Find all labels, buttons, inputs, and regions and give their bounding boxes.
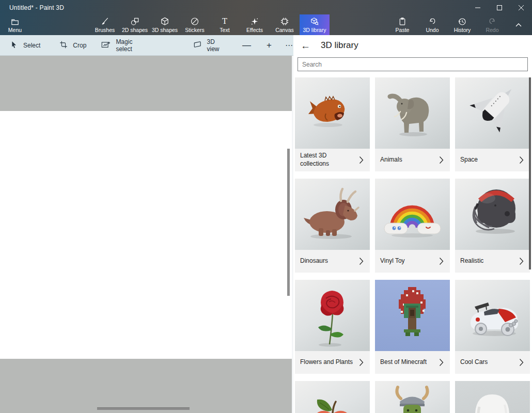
search-input[interactable] [298,57,528,71]
tool-effects[interactable]: Effects [240,14,270,35]
tool-2d-shapes[interactable]: 2D shapes [120,14,150,35]
category-tile-apple[interactable] [295,381,370,413]
category-label-bar: Flowers and Plants [295,351,370,374]
category-cool-cars[interactable]: Cool Cars [455,280,530,374]
stickers-icon [190,17,200,26]
panel-scrollbar[interactable] [529,77,531,269]
minecraft-tree-image [375,280,450,351]
chevron-right-icon [519,156,524,164]
category-flowers-and-plants[interactable]: Flowers and Plants [295,280,370,374]
chevron-right-icon [439,257,444,265]
toolbar-center-group: Brushes 2D shapes 3D shapes [90,14,330,35]
triceratops-image [295,179,370,250]
minimize-button[interactable] [467,0,489,15]
category-realistic[interactable]: Realistic [455,179,530,273]
space-shuttle-image [455,77,530,149]
chevron-right-icon [359,257,364,265]
drawing-canvas[interactable] [0,111,292,359]
magic-select-tool[interactable]: Magic select [101,38,147,53]
panel-header: ← 3D library [293,35,532,56]
category-vinyl-toy[interactable]: Vinyl Toy [375,179,450,273]
effects-icon [249,17,260,26]
select-cursor-icon [9,40,19,51]
category-grid: Latest 3D collections [295,77,530,413]
more-options-button[interactable]: ⋯ [285,41,293,49]
mannequin-head-image [455,381,530,413]
window-controls [467,0,532,15]
undo-icon [427,17,437,26]
chevron-right-icon [519,358,524,367]
rainbow-image [375,179,450,250]
tool-stickers[interactable]: Stickers [180,14,210,35]
back-button[interactable]: ← [299,40,312,52]
canvas-icon [279,17,290,26]
undo-button[interactable]: Undo [417,14,447,35]
minimize-icon [475,3,480,12]
category-dinosaurs[interactable]: Dinosaurs [295,179,370,273]
apple-image [295,381,370,413]
app-chrome: Untitled* - Paint 3D Menu [0,0,532,35]
titlebar[interactable]: Untitled* - Paint 3D [0,0,532,15]
category-tile-orc[interactable] [375,381,450,413]
horizontal-scrollbar[interactable] [97,407,190,410]
category-best-of-minecraft[interactable]: Best of Minecraft [375,280,450,374]
category-label-bar: Realistic [455,250,530,273]
category-tile-head[interactable] [455,381,530,413]
chevron-right-icon [439,156,444,164]
paint3d-window: Untitled* - Paint 3D Menu [0,0,532,413]
crop-tool[interactable]: Crop [59,40,86,51]
close-button[interactable] [510,0,532,15]
tool-brushes[interactable]: Brushes [90,14,120,35]
tool-canvas[interactable]: Canvas [270,14,300,35]
category-label-bar: Cool Cars [455,351,530,374]
vertical-scrollbar[interactable] [287,149,290,296]
window-title: Untitled* - Paint 3D [9,4,64,11]
secondary-toolbar: Select Crop Magic select 3D view — + ⋯ [0,35,293,56]
3d-view-toggle[interactable]: 3D view [192,38,227,53]
rose-image [295,280,370,351]
history-icon [457,17,467,26]
history-button[interactable]: History [447,14,477,35]
3d-library-panel: ← 3D library [293,35,532,413]
redo-icon [487,17,497,26]
text-icon: T [220,17,230,26]
chevron-right-icon [519,257,524,265]
category-label-bar: Dinosaurs [295,250,370,273]
select-tool[interactable]: Select [9,40,40,51]
brush-icon [100,17,110,26]
3d-view-icon [192,40,202,51]
elephant-image [375,77,450,149]
category-label-bar: Vinyl Toy [375,250,450,273]
magic-select-icon [101,40,111,51]
zoom-out-button[interactable]: — [242,41,251,50]
category-animals[interactable]: Animals [375,77,450,171]
svg-text:T: T [222,17,227,25]
zoom-in-button[interactable]: + [267,41,272,50]
3d-shapes-icon [160,17,170,26]
maximize-icon [497,3,502,12]
maximize-button[interactable] [489,0,510,15]
redo-button[interactable]: Redo [477,14,507,35]
category-label-bar: Latest 3D collections [295,149,370,171]
category-latest-3d-collections[interactable]: Latest 3D collections [295,77,370,171]
panel-title: 3D library [321,40,358,51]
2d-shapes-icon [130,17,140,26]
main-toolbar: Menu Brushes 2D shapes [0,14,532,35]
football-helmet-image [455,179,530,250]
paste-button[interactable]: Paste [387,14,417,35]
fish-image [295,77,370,149]
tool-3d-shapes[interactable]: 3D shapes [150,14,180,35]
tool-3d-library[interactable]: 3D library [300,14,330,35]
chevron-right-icon [359,156,364,164]
tool-text[interactable]: T Text [210,14,240,35]
menu-button[interactable]: Menu [0,14,30,35]
toy-car-image [455,280,530,351]
toolbar-right-group: Paste Undo History [387,14,530,35]
chevron-right-icon [359,358,364,367]
collapse-ribbon-button[interactable] [507,14,530,35]
crop-icon [59,40,68,51]
3d-library-icon [309,17,320,26]
orc-figure-image [375,381,450,413]
chevron-right-icon [439,358,444,367]
category-space[interactable]: Space [455,77,530,171]
